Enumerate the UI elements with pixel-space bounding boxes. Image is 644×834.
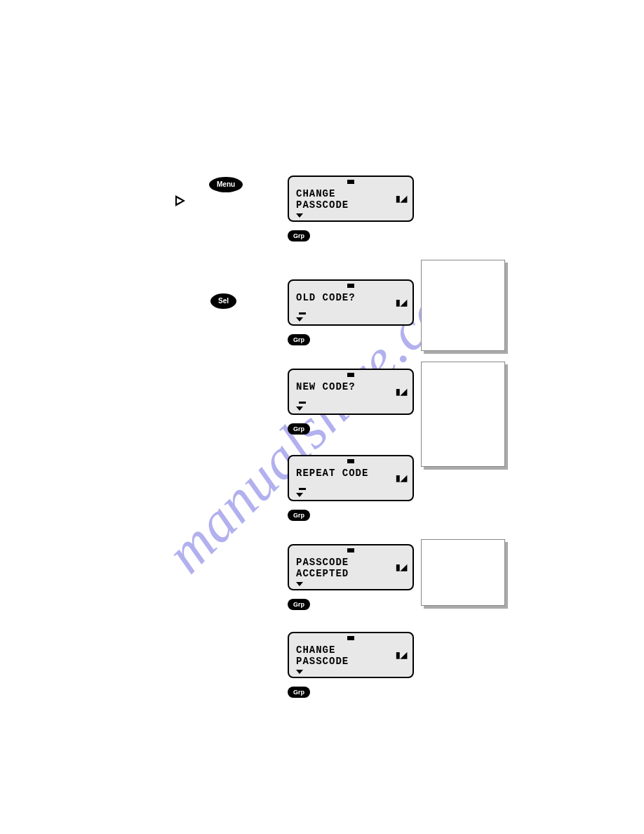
battery-icon	[347, 459, 354, 463]
lcd-text: REPEAT CODE	[296, 468, 405, 479]
battery-icon	[347, 548, 354, 552]
cursor-icon	[299, 312, 306, 315]
lcd-screen-passcode-accepted: PASSCODE ACCEPTED ▮◢	[288, 544, 414, 590]
grp-button[interactable]: Grp	[288, 334, 310, 345]
battery-icon	[347, 373, 354, 377]
cursor-icon	[299, 402, 306, 404]
sel-button[interactable]: Sel	[210, 293, 236, 309]
down-arrow-icon	[296, 670, 303, 674]
signal-icon: ▮◢	[396, 387, 407, 397]
signal-icon: ▮◢	[396, 562, 407, 572]
down-arrow-icon	[296, 406, 303, 411]
side-panel	[421, 539, 505, 606]
battery-icon	[347, 284, 354, 288]
lcd-text: NEW CODE?	[296, 381, 405, 392]
grp-button[interactable]: Grp	[288, 423, 310, 435]
lcd-screen-old-code: OLD CODE? ▮◢	[288, 279, 414, 326]
grp-button[interactable]: Grp	[288, 510, 310, 521]
lcd-text: OLD CODE?	[296, 292, 405, 303]
signal-icon: ▮◢	[396, 650, 407, 660]
lcd-screen-new-code: NEW CODE? ▮◢	[288, 369, 414, 415]
lcd-screen-change-passcode: CHANGE PASSCODE ▮◢	[288, 176, 414, 222]
grp-button[interactable]: Grp	[288, 230, 310, 241]
lcd-text: CHANGE PASSCODE	[296, 188, 405, 211]
down-arrow-icon	[296, 493, 303, 497]
battery-icon	[347, 636, 354, 640]
side-panel	[421, 260, 505, 351]
lcd-text: PASSCODE ACCEPTED	[296, 557, 405, 579]
signal-icon: ▮◢	[396, 194, 407, 204]
lcd-screen-repeat-code: REPEAT CODE ▮◢	[288, 455, 414, 501]
down-arrow-icon	[296, 213, 303, 218]
lcd-text: CHANGE PASSCODE	[296, 644, 405, 667]
cursor-icon	[299, 488, 306, 490]
down-arrow-icon	[296, 582, 303, 586]
side-panel	[421, 362, 505, 467]
grp-button[interactable]: Grp	[288, 687, 310, 698]
grp-button[interactable]: Grp	[288, 599, 310, 610]
lcd-screen-change-passcode-2: CHANGE PASSCODE ▮◢	[288, 632, 414, 678]
battery-icon	[347, 180, 354, 184]
signal-icon: ▮◢	[396, 298, 407, 307]
play-icon	[175, 195, 185, 206]
down-arrow-icon	[296, 317, 303, 322]
signal-icon: ▮◢	[396, 473, 407, 483]
menu-button[interactable]: Menu	[209, 177, 243, 192]
